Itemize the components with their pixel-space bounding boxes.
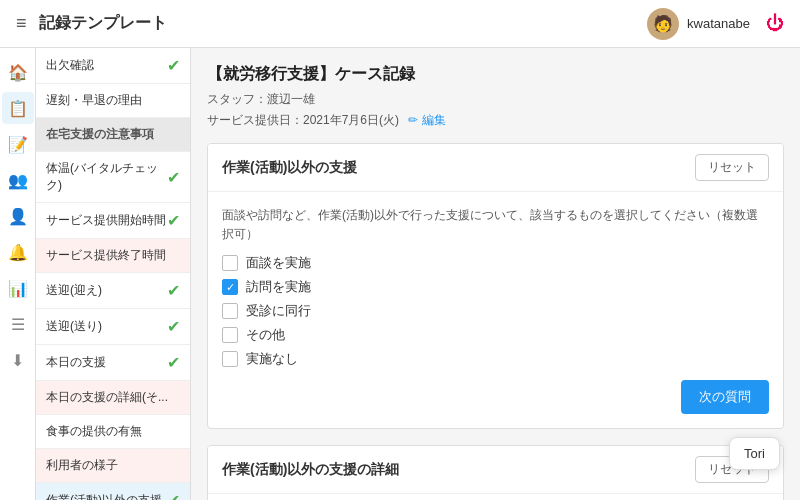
checkbox-row-0[interactable]: 面談を実施 [222,254,769,272]
checkbox-0[interactable] [222,255,238,271]
sidebar-item-3[interactable]: 体温(バイタルチェック) ✔ [36,152,190,203]
checkbox-row-3[interactable]: その他 [222,326,769,344]
check-icon-7: ✔ [167,317,180,336]
nav-users[interactable]: 👥 [2,164,34,196]
sidebar-item-4[interactable]: サービス提供開始時間 ✔ [36,203,190,239]
checkbox-row-2[interactable]: 受診に同行 [222,302,769,320]
sidebar-item-10[interactable]: 食事の提供の有無 [36,415,190,449]
nav-records[interactable]: 📋 [2,92,34,124]
nav-notifications[interactable]: 🔔 [2,236,34,268]
content-area: 【就労移行支援】ケース記録 スタッフ：渡辺一雄 サービス提供日：2021年7月6… [191,48,800,500]
sidebar-item-6[interactable]: 送迎(迎え) ✔ [36,273,190,309]
record-header: 【就労移行支援】ケース記録 スタッフ：渡辺一雄 サービス提供日：2021年7月6… [207,64,784,129]
service-date: サービス提供日：2021年7月6日(火) ✏ 編集 [207,112,784,129]
section-card-2-header: 作業(活動)以外の支援の詳細 リセット [208,446,783,494]
check-icon-8: ✔ [167,353,180,372]
next-btn-container: 次の質問 [222,380,769,414]
tori-label: Tori [744,446,765,461]
user-info: 🧑 kwatanabe ⏻ [647,8,784,40]
username: kwatanabe [687,16,750,31]
section-1-title: 作業(活動)以外の支援 [222,159,357,177]
section-card-2-body: 作業(活動)以外で行った支援について詳細を記入してください（複数ある場合は全て記… [208,494,783,500]
sidebar-item-5[interactable]: サービス提供終了時間 [36,239,190,273]
sidebar-item-1[interactable]: 遅刻・早退の理由 [36,84,190,118]
menu-icon[interactable]: ≡ [16,13,27,34]
reset-button-1[interactable]: リセット [695,154,769,181]
staff-label: スタッフ：渡辺一雄 [207,91,784,108]
icon-nav: 🏠 📋 📝 👥 👤 🔔 📊 ☰ ⬇ [0,48,36,500]
check-icon-0: ✔ [167,56,180,75]
sidebar-item-11[interactable]: 利用者の様子 [36,449,190,483]
sidebar-item-0[interactable]: 出欠確認 ✔ [36,48,190,84]
nav-menu[interactable]: ☰ [2,308,34,340]
section-2-title: 作業(活動)以外の支援の詳細 [222,461,399,479]
next-button-1[interactable]: 次の質問 [681,380,769,414]
check-icon-12: ✔ [167,491,180,500]
record-title: 【就労移行支援】ケース記録 [207,64,784,85]
check-icon-3: ✔ [167,168,180,187]
sidebar-item-8[interactable]: 本日の支援 ✔ [36,345,190,381]
section-card-1: 作業(活動)以外の支援 リセット 面談や訪問など、作業(活動)以外で行った支援に… [207,143,784,429]
sidebar-item-7[interactable]: 送迎(送り) ✔ [36,309,190,345]
header: ≡ 記録テンプレート 🧑 kwatanabe ⏻ [0,0,800,48]
checkbox-row-1[interactable]: ✓ 訪問を実施 [222,278,769,296]
checkbox-2[interactable] [222,303,238,319]
check-icon-6: ✔ [167,281,180,300]
section-card-1-header: 作業(活動)以外の支援 リセット [208,144,783,192]
main-container: 🏠 📋 📝 👥 👤 🔔 📊 ☰ ⬇ 出欠確認 ✔ 遅刻・早退の理由 在宅支援の注… [0,48,800,500]
section-1-instruction: 面談や訪問など、作業(活動)以外で行った支援について、該当するものを選択してくだ… [222,206,769,244]
checkbox-4[interactable] [222,351,238,367]
section-card-1-body: 面談や訪問など、作業(活動)以外で行った支援について、該当するものを選択してくだ… [208,192,783,428]
nav-download[interactable]: ⬇ [2,344,34,376]
section-card-2: 作業(活動)以外の支援の詳細 リセット 作業(活動)以外で行った支援について詳細… [207,445,784,500]
nav-home[interactable]: 🏠 [2,56,34,88]
sidebar-item-12[interactable]: 作業(活動)以外の支援 ✔ [36,483,190,500]
power-icon[interactable]: ⏻ [766,13,784,34]
sidebar-section-header: 在宅支援の注意事項 [36,118,190,152]
tori-popup: Tori [729,437,780,470]
nav-notes[interactable]: 📝 [2,128,34,160]
nav-profile[interactable]: 👤 [2,200,34,232]
check-icon-4: ✔ [167,211,180,230]
nav-reports[interactable]: 📊 [2,272,34,304]
sidebar-item-9[interactable]: 本日の支援の詳細(そ... [36,381,190,415]
sidebar: 出欠確認 ✔ 遅刻・早退の理由 在宅支援の注意事項 体温(バイタルチェック) ✔… [36,48,191,500]
page-title: 記録テンプレート [39,13,636,34]
checkbox-group-1: 面談を実施 ✓ 訪問を実施 受診に同行 その他 [222,254,769,368]
edit-link[interactable]: ✏ 編集 [408,113,445,127]
avatar: 🧑 [647,8,679,40]
checkbox-1[interactable]: ✓ [222,279,238,295]
checkbox-3[interactable] [222,327,238,343]
checkbox-row-4[interactable]: 実施なし [222,350,769,368]
